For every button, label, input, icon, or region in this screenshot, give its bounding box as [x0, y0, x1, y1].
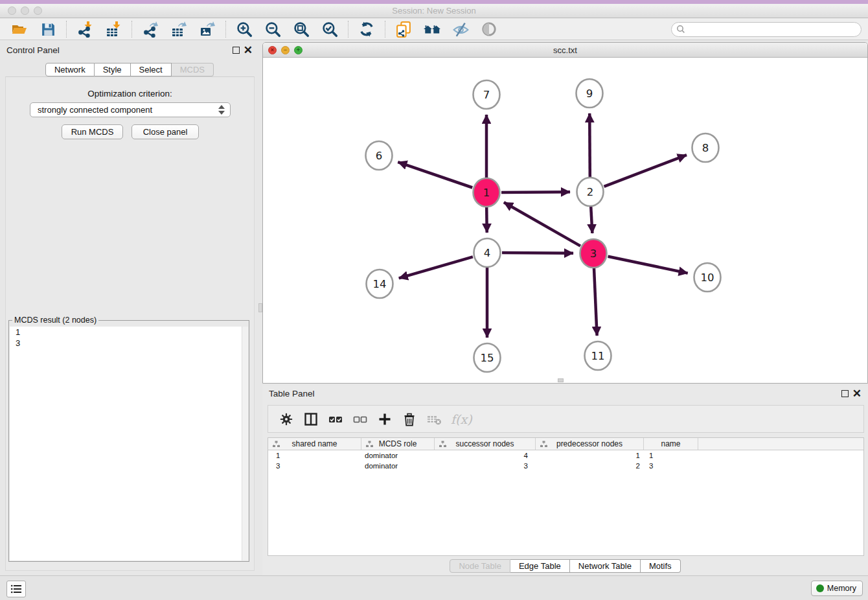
graph-node-10[interactable]: 10	[694, 263, 721, 292]
table-row[interactable]: 1 dominator 4 1 1	[268, 450, 863, 461]
graph-node-14[interactable]: 14	[367, 270, 393, 298]
tab-mcds[interactable]: MCDS	[172, 63, 214, 76]
graph-node-11[interactable]: 11	[585, 341, 611, 370]
cell-mcds-role[interactable]: dominator	[361, 450, 435, 461]
column-header-mcds-role[interactable]: MCDS role	[361, 438, 435, 450]
toolbar-separator	[66, 21, 67, 38]
graph-node-label: 14	[373, 278, 387, 290]
graph-edge-1-2[interactable]	[501, 192, 570, 192]
cell-successor-nodes[interactable]: 4	[435, 450, 536, 461]
close-table-panel-icon[interactable]: ✕	[852, 390, 862, 397]
task-history-button[interactable]	[6, 581, 26, 597]
tab-edge-table[interactable]: Edge Table	[510, 559, 570, 573]
graph-edge-3-1[interactable]	[504, 202, 580, 246]
network-view-title: scc.txt	[263, 45, 867, 55]
table-toolbar: f(x)	[268, 405, 864, 433]
cell-successor-nodes[interactable]: 3	[435, 461, 536, 471]
hide-graphics-button[interactable]	[451, 19, 470, 39]
save-session-button[interactable]	[38, 19, 58, 39]
graph-node-8[interactable]: 8	[692, 133, 719, 162]
graph-edge-2-8[interactable]	[604, 155, 687, 187]
export-network-button[interactable]	[141, 19, 160, 39]
graph-edge-4-3[interactable]	[502, 253, 573, 253]
export-table-icon	[170, 21, 187, 38]
delete-column-button[interactable]	[426, 411, 442, 427]
tab-network-table[interactable]: Network Table	[570, 559, 641, 573]
zoom-selected-button[interactable]	[320, 19, 339, 39]
close-panel-button[interactable]: Close panel	[131, 124, 199, 139]
column-type-icon	[366, 441, 373, 448]
result-scrollbar[interactable]	[242, 327, 248, 560]
table-row[interactable]: 3 dominator 3 2 3	[268, 461, 863, 471]
zoom-out-button[interactable]	[263, 19, 282, 39]
tab-motifs[interactable]: Motifs	[641, 559, 681, 573]
import-table-button[interactable]	[104, 19, 123, 39]
close-panel-icon[interactable]: ✕	[244, 47, 253, 54]
table-settings-button[interactable]	[279, 411, 294, 427]
canvas-grabber[interactable]	[558, 378, 564, 382]
delete-rows-button[interactable]	[402, 411, 417, 427]
export-table-button[interactable]	[169, 19, 188, 39]
graph-node-4[interactable]: 4	[474, 238, 501, 267]
function-icon: f(x)	[451, 412, 472, 426]
control-panel-title: Control Panel	[6, 45, 60, 55]
column-header-predecessor-nodes[interactable]: predecessor nodes	[536, 438, 644, 450]
apply-function-button[interactable]: f(x)	[451, 411, 472, 427]
graph-node-7[interactable]: 7	[474, 80, 500, 109]
cell-name[interactable]: 1	[644, 450, 698, 461]
cell-mcds-role[interactable]: dominator	[361, 461, 435, 471]
show-columns-button[interactable]	[303, 411, 319, 427]
column-header-shared-name[interactable]: shared name	[268, 438, 361, 450]
graph-edge-1-4[interactable]	[486, 207, 487, 233]
import-network-button[interactable]	[75, 19, 95, 39]
apply-layout-button[interactable]	[357, 19, 376, 39]
cell-shared-name[interactable]: 1	[268, 450, 361, 461]
show-all-button[interactable]	[422, 19, 442, 39]
graph-node-6[interactable]: 6	[366, 141, 393, 170]
tab-network[interactable]: Network	[45, 63, 95, 76]
graph-edge-1-6[interactable]	[398, 162, 472, 187]
float-table-panel-icon[interactable]	[841, 390, 849, 397]
tab-style[interactable]: Style	[95, 63, 131, 76]
add-column-button[interactable]	[377, 411, 393, 427]
cell-shared-name[interactable]: 3	[268, 461, 361, 471]
select-all-button[interactable]	[328, 411, 343, 427]
column-header-successor-nodes[interactable]: successor nodes	[435, 438, 536, 450]
graph-edge-3-10[interactable]	[608, 257, 688, 273]
network-from-selection-button[interactable]	[394, 19, 413, 39]
deselect-all-button[interactable]	[352, 411, 368, 427]
run-mcds-button[interactable]: Run MCDS	[62, 124, 123, 139]
cell-predecessor-nodes[interactable]: 1	[536, 450, 644, 461]
network-window-titlebar[interactable]: × − + scc.txt	[263, 43, 867, 58]
zoom-fit-button[interactable]	[291, 19, 311, 39]
search-field[interactable]	[671, 22, 862, 37]
float-panel-icon[interactable]	[233, 47, 240, 54]
search-input[interactable]	[685, 24, 861, 35]
memory-button[interactable]: Memory	[811, 581, 863, 596]
graph-node-9[interactable]: 9	[577, 79, 603, 108]
graph-node-1[interactable]: 1	[474, 178, 500, 207]
graph-edge-3-11[interactable]	[594, 268, 597, 336]
tab-select[interactable]: Select	[131, 63, 172, 76]
cell-name[interactable]: 3	[644, 461, 698, 471]
criterion-select[interactable]: strongly connected component	[30, 102, 231, 117]
mcds-result-legend: MCDS result (2 nodes)	[12, 316, 98, 325]
network-canvas[interactable]: 7968124314101511	[263, 58, 867, 383]
table-panel-tabs: Node Table Edge Table Network Table Moti…	[262, 559, 868, 573]
column-header-name[interactable]: name	[644, 438, 698, 450]
status-bar: Memory	[0, 575, 868, 600]
graph-node-15[interactable]: 15	[474, 343, 501, 372]
window-title: Session: New Session	[0, 6, 868, 16]
zoom-in-button[interactable]	[234, 19, 254, 39]
graph-edge-2-9[interactable]	[589, 113, 590, 177]
tab-node-table[interactable]: Node Table	[450, 559, 510, 573]
divider-grabber[interactable]	[258, 303, 262, 312]
cell-predecessor-nodes[interactable]: 2	[536, 461, 644, 471]
graph-edge-2-3[interactable]	[591, 207, 592, 233]
export-image-button[interactable]	[198, 19, 217, 39]
graph-edge-4-14[interactable]	[399, 257, 473, 278]
birds-eye-button[interactable]	[479, 19, 499, 39]
graph-node-3[interactable]: 3	[580, 239, 607, 268]
graph-node-2[interactable]: 2	[577, 178, 604, 206]
open-session-button[interactable]	[10, 19, 29, 39]
